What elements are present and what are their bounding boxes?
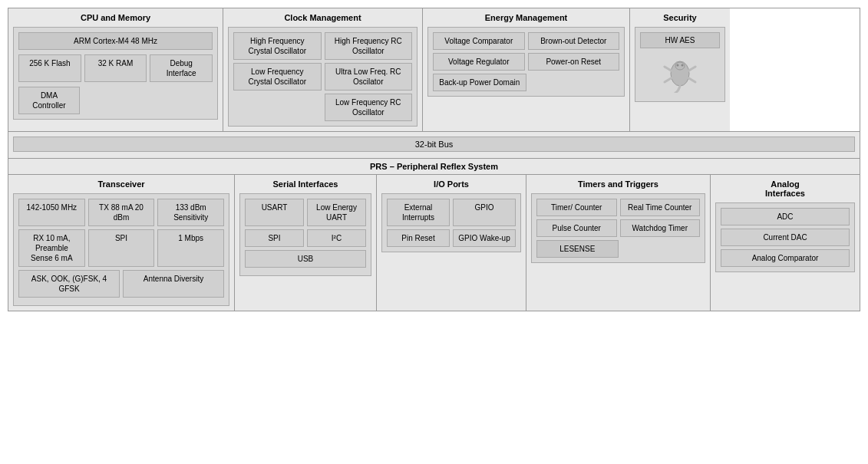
transceiver-tx: TX 88 mA 20 dBm	[88, 199, 155, 226]
hf-crystal-osc: High Frequency Crystal Oscillator	[233, 32, 322, 60]
cpu-dma-row: DMA Controller	[18, 87, 213, 114]
power-on-reset: Power-on Reset	[528, 53, 620, 71]
lesense: LESENSE	[536, 240, 619, 258]
transceiver-ask: ASK, OOK, (G)FSK, 4 GFSK	[18, 270, 120, 298]
serial-i2c: I²C	[307, 229, 366, 247]
s-row-1: USART Low Energy UART	[245, 199, 366, 226]
io-grid: External Interrupts GPIO Pin Reset GPIO …	[387, 199, 516, 247]
clock-inner: High Frequency Crystal Oscillator High F…	[228, 27, 417, 127]
io-inner: External Interrupts GPIO Pin Reset GPIO …	[381, 193, 521, 252]
backup-power-domain: Back-up Power Domain	[433, 74, 526, 91]
io-ext-int: External Interrupts	[387, 199, 450, 226]
svg-line-7	[688, 77, 695, 82]
energy-title: Energy Management	[427, 13, 625, 22]
energy-inner: Voltage Comparator Brown-out Detector Vo…	[427, 27, 625, 97]
transceiver-spi: SPI	[88, 229, 155, 267]
transceiver-antenna: Antenna Diversity	[123, 270, 224, 298]
timers-grid: Timer/ Counter Real Time Counter Pulse C…	[536, 199, 700, 237]
cpu-inner: ARM Cortex-M4 48 MHz 256 K Flash 32 K RA…	[13, 27, 218, 120]
energy-grid: Voltage Comparator Brown-out Detector Vo…	[433, 32, 619, 71]
security-section: Security HW AES	[630, 8, 730, 131]
serial-inner: USART Low Energy UART SPI I²C USB	[239, 193, 371, 276]
ulf-rc-osc: Ultra Low Freq. RC Oscilator	[325, 63, 413, 90]
real-time-counter: Real Time Counter	[620, 199, 701, 216]
timer-counter: Timer/ Counter	[536, 199, 617, 216]
security-title: Security	[635, 13, 725, 22]
cpu-arm-box: ARM Cortex-M4 48 MHz	[18, 32, 213, 50]
prs-row: PRS – Peripheral Reflex System	[8, 159, 860, 175]
transceiver-sensitivity: 133 dBm Sensitivity	[157, 199, 224, 226]
s-row-2: SPI I²C	[245, 229, 366, 247]
io-section: I/O Ports External Interrupts GPIO Pin R…	[377, 175, 526, 311]
hf-rc-osc: High Frequency RC Oscillator	[325, 32, 413, 60]
analog-adc: ADC	[721, 208, 850, 225]
pulse-counter: Pulse Counter	[536, 219, 617, 237]
bus-bar: 32-bit Bus	[13, 137, 855, 152]
svg-line-6	[665, 77, 672, 82]
transceiver-rx: RX 10 mA, Preamble Sense 6 mA	[18, 229, 85, 267]
timers-section: Timers and Triggers Timer/ Counter Real …	[526, 175, 711, 311]
energy-section: Energy Management Voltage Comparator Bro…	[423, 8, 630, 131]
cpu-flash: 256 K Flash	[18, 54, 81, 82]
timers-inner: Timer/ Counter Real Time Counter Pulse C…	[531, 193, 705, 263]
analog-current-dac: Current DAC	[721, 229, 850, 246]
clock-title: Clock Management	[228, 13, 417, 22]
top-row: CPU and Memory ARM Cortex-M4 48 MHz 256 …	[8, 8, 860, 132]
transceiver-inner: 142-1050 MHz TX 88 mA 20 dBm 133 dBm Sen…	[13, 193, 229, 306]
timers-title: Timers and Triggers	[531, 179, 705, 189]
serial-usb: USB	[245, 250, 366, 268]
main-diagram: CPU and Memory ARM Cortex-M4 48 MHz 256 …	[8, 8, 860, 311]
serial-section: Serial Interfaces USART Low Energy UART …	[235, 175, 377, 311]
analog-section: Analog Interfaces ADC Current DAC Analog…	[711, 175, 860, 311]
cpu-dma: DMA Controller	[18, 87, 80, 114]
hw-aes: HW AES	[640, 32, 720, 48]
prs-label: PRS – Peripheral Reflex System	[370, 162, 498, 171]
transceiver-mbps: 1 Mbps	[157, 229, 224, 267]
s-row-3: USB	[245, 250, 366, 268]
transceiver-title: Transceiver	[13, 179, 229, 189]
svg-point-3	[682, 64, 684, 67]
t-row-2: RX 10 mA, Preamble Sense 6 mA SPI 1 Mbps	[18, 229, 224, 267]
lf-crystal-osc: Low Frequency Crystal Oscillator	[233, 63, 322, 90]
voltage-regulator: Voltage Regulator	[433, 53, 525, 71]
serial-spi: SPI	[245, 229, 304, 247]
clock-grid: High Frequency Crystal Oscillator High F…	[233, 32, 412, 121]
clock-section: Clock Management High Frequency Crystal …	[223, 8, 423, 131]
gecko-icon	[640, 54, 720, 97]
io-title: I/O Ports	[381, 179, 521, 189]
cpu-section: CPU and Memory ARM Cortex-M4 48 MHz 256 …	[8, 8, 223, 131]
io-pin-reset: Pin Reset	[387, 229, 450, 247]
t-row-1: 142-1050 MHz TX 88 mA 20 dBm 133 dBm Sen…	[18, 199, 224, 226]
serial-low-energy-uart: Low Energy UART	[307, 199, 366, 226]
analog-comparator: Analog Comparator	[721, 249, 850, 267]
security-inner: HW AES	[635, 27, 725, 102]
serial-usart: USART	[245, 199, 304, 226]
lf-rc-osc: Low Frequency RC Oscillator	[325, 94, 413, 121]
bottom-row: Transceiver 142-1050 MHz TX 88 mA 20 dBm…	[8, 175, 860, 311]
analog-title: Analog Interfaces	[715, 179, 855, 198]
watchdog-timer: Watchdog Timer	[620, 219, 701, 237]
analog-inner: ADC Current DAC Analog Comparator	[715, 202, 855, 272]
transceiver-freq: 142-1050 MHz	[18, 199, 85, 226]
cpu-row-1: 256 K Flash 32 K RAM Debug Interface	[18, 54, 213, 82]
bus-row: 32-bit Bus	[8, 132, 860, 159]
svg-point-2	[677, 64, 679, 67]
serial-title: Serial Interfaces	[239, 179, 371, 189]
svg-point-1	[675, 62, 685, 70]
t-row-3: ASK, OOK, (G)FSK, 4 GFSK Antenna Diversi…	[18, 270, 224, 298]
brownout-detector: Brown-out Detector	[528, 32, 620, 50]
cpu-debug: Debug Interface	[150, 54, 213, 82]
io-gpio-wakeup: GPIO Wake-up	[453, 229, 516, 247]
voltage-comparator: Voltage Comparator	[433, 32, 525, 50]
analog-col: ADC Current DAC Analog Comparator	[721, 208, 850, 267]
transceiver-section: Transceiver 142-1050 MHz TX 88 mA 20 dBm…	[8, 175, 235, 311]
cpu-title: CPU and Memory	[13, 13, 218, 22]
cpu-ram: 32 K RAM	[84, 54, 147, 82]
io-gpio: GPIO	[453, 199, 516, 226]
